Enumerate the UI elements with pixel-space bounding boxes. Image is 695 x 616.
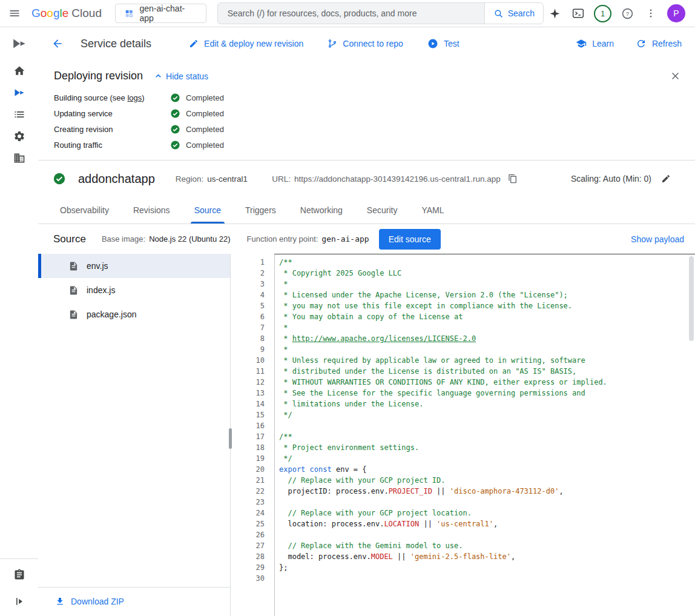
google-cloud-logo: Google Cloud xyxy=(31,7,102,20)
code-line: * distributed under the License is distr… xyxy=(279,366,688,377)
rail-cloud-run-button[interactable] xyxy=(5,82,34,104)
line-number: 17 xyxy=(231,431,265,442)
release-notes-button[interactable] xyxy=(5,564,34,586)
tab-networking[interactable]: Networking xyxy=(288,197,355,224)
edit-source-button[interactable]: Edit source xyxy=(379,229,441,250)
gear-icon xyxy=(13,130,25,142)
file-panel: env.jsindex.jspackage.json Download ZIP xyxy=(38,254,230,616)
search-button[interactable]: Search xyxy=(484,2,544,24)
file-package.json[interactable]: package.json xyxy=(38,302,230,326)
code-line: }; xyxy=(279,562,688,573)
line-numbers: 1234567891011121314151617181920212223242… xyxy=(231,254,274,616)
rail-home-button[interactable] xyxy=(5,60,34,82)
gemini-button[interactable] xyxy=(544,2,565,24)
code-line: model: process.env.MODEL || 'gemini-2.5-… xyxy=(279,551,688,562)
deploy-step-label: Building source (see logs) xyxy=(54,93,170,102)
menu-button[interactable] xyxy=(4,2,25,24)
left-rail xyxy=(0,27,38,616)
line-number: 24 xyxy=(231,508,265,518)
tab-triggers[interactable]: Triggers xyxy=(233,197,288,224)
scrollbar-thumb[interactable] xyxy=(689,256,694,341)
test-button[interactable]: Test xyxy=(427,38,459,49)
file-list: env.jsindex.jspackage.json xyxy=(38,254,230,326)
cloud-run-product-icon xyxy=(12,27,27,60)
app-window: Google Cloud gen-ai-chat-app Search 1 ? xyxy=(0,0,695,616)
service-url-value[interactable]: https://addonchatapp-301439142196.us-cen… xyxy=(294,174,501,184)
check-circle-icon xyxy=(170,108,180,119)
deploy-step-label: Routing traffic xyxy=(54,141,170,150)
back-button[interactable] xyxy=(47,33,68,55)
more-vert-icon xyxy=(645,8,656,19)
tab-security[interactable]: Security xyxy=(355,197,410,224)
editor-scrollbar[interactable] xyxy=(688,254,695,616)
code-line: * You may obtain a copy of the License a… xyxy=(279,311,688,322)
pencil-icon xyxy=(189,39,199,48)
file-index.js[interactable]: index.js xyxy=(38,278,230,302)
copy-icon xyxy=(508,174,518,184)
code-line: // Replace with your GCP project ID. xyxy=(279,475,688,486)
help-button[interactable]: ? xyxy=(616,2,638,24)
download-zip-label: Download ZIP xyxy=(71,597,124,606)
cloud-logo-text: Cloud xyxy=(71,7,102,20)
deploy-step-status: Completed xyxy=(170,140,224,150)
connect-repo-button[interactable]: Connect to repo xyxy=(328,39,403,48)
line-number: 27 xyxy=(231,540,265,551)
code-line xyxy=(279,497,688,508)
file-env.js[interactable]: env.js xyxy=(38,254,230,278)
more-options-button[interactable] xyxy=(640,2,662,24)
gemini-sparkle-icon xyxy=(549,8,561,19)
deploy-step: Updating serviceCompleted xyxy=(54,105,683,121)
back-arrow-icon xyxy=(51,38,64,50)
edit-scaling-icon[interactable] xyxy=(661,174,671,184)
code-line: projectID: process.env.PROJECT_ID || 'di… xyxy=(279,486,688,497)
line-number: 20 xyxy=(231,464,265,475)
rail-domains-button[interactable] xyxy=(5,147,34,169)
service-header: addonchatapp Region: us-central1 URL: ht… xyxy=(38,161,695,197)
rail-list-button[interactable] xyxy=(5,104,34,125)
code-editor[interactable]: 1234567891011121314151617181920212223242… xyxy=(231,254,695,616)
account-avatar[interactable]: P xyxy=(667,4,685,22)
chevron-up-icon xyxy=(154,71,163,81)
code-line: * http://www.apache.org/licenses/LICENSE… xyxy=(279,333,688,344)
notifications-badge[interactable]: 1 xyxy=(594,5,611,22)
code-line: * xyxy=(279,344,688,355)
source-content: env.jsindex.jspackage.json Download ZIP … xyxy=(38,254,695,616)
line-number: 11 xyxy=(231,366,265,377)
search-input[interactable] xyxy=(217,2,485,24)
logs-link[interactable]: logs xyxy=(127,93,142,102)
code-line: * Project environment settings. xyxy=(279,442,688,453)
line-number: 26 xyxy=(231,529,265,540)
code-line: * See the License for the specific langu… xyxy=(279,388,688,399)
code-line: /** xyxy=(279,431,688,442)
tab-yaml[interactable]: YAML xyxy=(409,197,456,224)
panel-splitter[interactable] xyxy=(230,254,231,616)
service-url: URL: https://addonchatapp-301439142196.u… xyxy=(272,174,501,184)
show-payload-link[interactable]: Show payload xyxy=(631,234,684,244)
splitter-handle[interactable] xyxy=(229,428,232,449)
file-icon xyxy=(68,261,79,271)
copy-url-button[interactable] xyxy=(507,173,519,185)
deploy-step-label: Updating service xyxy=(54,109,170,118)
learn-button[interactable]: Learn xyxy=(576,38,614,49)
tab-observability[interactable]: Observability xyxy=(48,197,121,224)
refresh-button[interactable]: Refresh xyxy=(636,38,682,49)
cloud-shell-button[interactable] xyxy=(567,2,589,24)
tab-source[interactable]: Source xyxy=(182,197,233,224)
edit-deploy-button[interactable]: Edit & deploy new revision xyxy=(189,39,303,48)
project-name: gen-ai-chat-app xyxy=(139,4,197,23)
deploy-step-status: Completed xyxy=(170,93,224,103)
check-circle-icon xyxy=(170,124,180,134)
file-icon xyxy=(68,285,79,296)
download-zip-button[interactable]: Download ZIP xyxy=(38,587,230,615)
close-panel-button[interactable] xyxy=(668,68,683,84)
hide-status-toggle[interactable]: Hide status xyxy=(154,71,208,81)
rail-settings-button[interactable] xyxy=(5,125,34,147)
expand-panel-button[interactable] xyxy=(5,591,34,612)
project-selector[interactable]: gen-ai-chat-app xyxy=(115,4,206,23)
refresh-icon xyxy=(636,38,647,49)
code-line: // Replace with the Gemini model to use. xyxy=(279,540,688,551)
line-number: 8 xyxy=(231,333,265,344)
line-number: 7 xyxy=(231,322,265,333)
check-circle-icon xyxy=(170,140,180,150)
tab-revisions[interactable]: Revisions xyxy=(121,197,182,224)
